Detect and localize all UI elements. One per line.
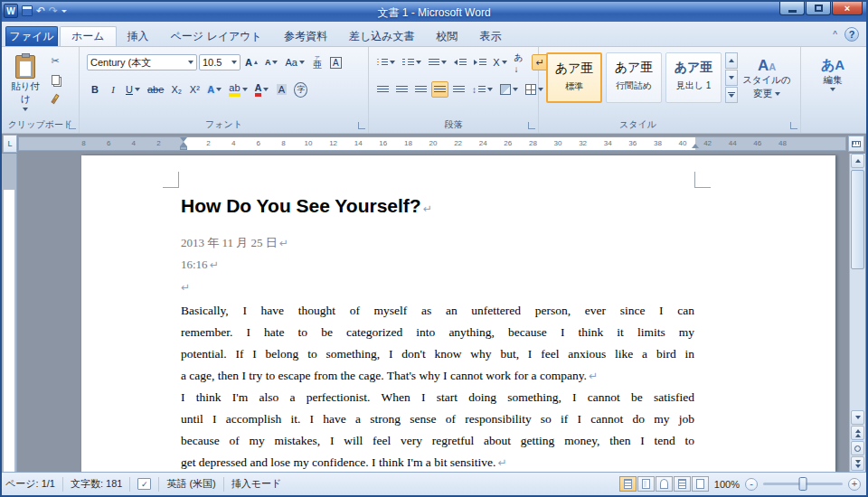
multilevel-list-button[interactable]	[426, 54, 449, 70]
paste-button[interactable]: 貼り付け	[7, 51, 43, 119]
shading-icon	[500, 84, 511, 95]
draft-view-button[interactable]	[692, 476, 709, 492]
insert-mode-indicator[interactable]: 挿入モード	[231, 477, 282, 491]
editing-button[interactable]: あA 編集	[808, 52, 857, 92]
tab-home[interactable]: ホーム	[60, 26, 117, 46]
minimize-button[interactable]	[779, 2, 805, 15]
tab-review[interactable]: 校閲	[425, 26, 468, 46]
shading-button[interactable]	[497, 81, 521, 98]
shrink-font-button[interactable]: A	[262, 54, 281, 70]
align-center-button[interactable]	[393, 81, 410, 98]
character-border-button[interactable]: A	[327, 54, 344, 70]
copy-button[interactable]	[47, 71, 63, 88]
enclose-characters-button[interactable]: 字	[291, 81, 310, 98]
numbering-button[interactable]	[400, 54, 423, 70]
maximize-button[interactable]	[806, 2, 831, 15]
zoom-level[interactable]: 100%	[714, 479, 740, 490]
style-gallery-more-button[interactable]	[725, 87, 738, 103]
align-left-button[interactable]	[374, 81, 392, 98]
paragraph-dialog-launcher-icon[interactable]	[528, 122, 535, 129]
zoom-slider-thumb[interactable]	[799, 477, 807, 491]
grow-font-button[interactable]: A	[242, 54, 260, 70]
justify-button[interactable]	[431, 81, 448, 98]
page-indicator[interactable]: ページ: 1/1	[5, 477, 55, 491]
font-color-button[interactable]: A	[252, 81, 272, 98]
cut-button[interactable]: ✂	[47, 52, 63, 69]
separator	[158, 477, 159, 492]
font-dialog-launcher-icon[interactable]	[358, 122, 365, 129]
zoom-out-button[interactable]: -	[745, 478, 758, 491]
tab-references[interactable]: 参考資料	[273, 26, 338, 46]
right-indent-marker[interactable]	[692, 144, 699, 148]
tab-page-layout[interactable]: ページ レイアウト	[160, 26, 273, 46]
left-indent-marker[interactable]	[180, 146, 187, 150]
spell-check-icon[interactable]: ✓	[137, 478, 151, 490]
vertical-ruler[interactable]	[2, 154, 17, 472]
increase-indent-button[interactable]	[471, 54, 489, 70]
line-spacing-dropdown-icon	[487, 88, 493, 91]
change-case-button[interactable]: Aa	[282, 54, 307, 70]
strikethrough-button[interactable]: abe	[145, 81, 166, 98]
decrease-indent-button[interactable]	[451, 54, 469, 70]
vertical-scrollbar[interactable]	[849, 154, 865, 472]
word-count[interactable]: 文字数: 181	[71, 477, 122, 491]
bullets-button[interactable]	[374, 54, 398, 70]
close-button[interactable]: ×	[832, 2, 863, 15]
scroll-up-button[interactable]	[851, 154, 864, 168]
scroll-down-button[interactable]	[851, 410, 864, 425]
scrollbar-thumb[interactable]	[851, 170, 864, 269]
document-page[interactable]: How Do You See Yourself?↵ 2013 年 11 月 25…	[81, 155, 835, 472]
distribute-button[interactable]	[450, 81, 467, 98]
language-indicator[interactable]: 英語 (米国)	[166, 477, 215, 491]
italic-button[interactable]: I	[105, 81, 121, 98]
character-shading-icon: A	[277, 84, 287, 95]
title-bar[interactable]: W ↶ ↷ 文書 1 - Microsoft Word ×	[2, 2, 866, 22]
font-family-combobox[interactable]: Century (本文	[87, 54, 197, 70]
help-button[interactable]: ?	[844, 27, 859, 42]
ruler-toggle-icon	[852, 141, 861, 147]
change-styles-button[interactable]: AA スタイルの 変更	[741, 52, 792, 101]
select-browse-object-button[interactable]	[851, 441, 864, 455]
sort-button[interactable]: あ↓	[512, 54, 531, 70]
status-left: ページ: 1/1 文字数: 181 ✓ 英語 (米国) 挿入モード	[5, 473, 281, 495]
subscript-button[interactable]: X₂	[168, 81, 184, 98]
clipboard-dialog-launcher-icon[interactable]	[69, 122, 76, 129]
style-normal[interactable]: あア亜 標準	[546, 52, 602, 103]
next-page-button[interactable]	[851, 456, 864, 471]
outline-view-button[interactable]	[674, 476, 691, 492]
tab-view[interactable]: 表示	[468, 26, 512, 46]
bold-button[interactable]: B	[87, 81, 103, 98]
style-preview: あア亜	[548, 61, 600, 77]
ruler-toggle-button[interactable]	[848, 136, 864, 152]
tab-insert[interactable]: 挿入	[117, 26, 160, 46]
align-right-button[interactable]	[412, 81, 429, 98]
tab-mailings[interactable]: 差し込み文書	[338, 26, 426, 46]
web-layout-view-button[interactable]	[656, 476, 673, 492]
character-shading-button[interactable]: A	[273, 81, 289, 98]
styles-dialog-launcher-icon[interactable]	[790, 122, 797, 129]
style-no-spacing[interactable]: あア亜 行間詰め	[606, 52, 662, 103]
zoom-slider[interactable]	[763, 483, 843, 485]
font-size-combobox[interactable]: 10.5	[199, 54, 241, 70]
tab-selector-button[interactable]: L	[3, 135, 17, 153]
superscript-button[interactable]: X²	[186, 81, 203, 98]
full-screen-reading-view-button[interactable]	[637, 476, 655, 492]
highlight-button[interactable]: ab	[226, 81, 250, 98]
crop-mark-top-right	[694, 172, 711, 188]
zoom-in-button[interactable]: +	[848, 478, 861, 491]
tab-file[interactable]: ファイル	[5, 26, 58, 46]
previous-page-button[interactable]	[851, 426, 864, 440]
text-effects-button[interactable]: A	[204, 81, 224, 98]
underline-button[interactable]: U	[123, 81, 143, 98]
ruby-button[interactable]: ア 亜	[309, 54, 326, 70]
asian-layout-button[interactable]: X	[491, 54, 510, 70]
style-heading1[interactable]: あア亜 見出し 1	[665, 52, 722, 103]
style-gallery-down-button[interactable]	[725, 70, 738, 86]
line-spacing-button[interactable]: ↕	[469, 81, 495, 98]
body-text[interactable]: Basically, I have thought of myself as a…	[181, 300, 694, 472]
horizontal-ruler[interactable]: 8642246810121416182022242628303234363840…	[18, 136, 846, 151]
style-gallery-up-button[interactable]	[725, 52, 738, 69]
minimize-ribbon-icon[interactable]: ^	[833, 30, 837, 40]
format-painter-button[interactable]	[47, 90, 63, 107]
print-layout-view-button[interactable]	[619, 476, 637, 492]
